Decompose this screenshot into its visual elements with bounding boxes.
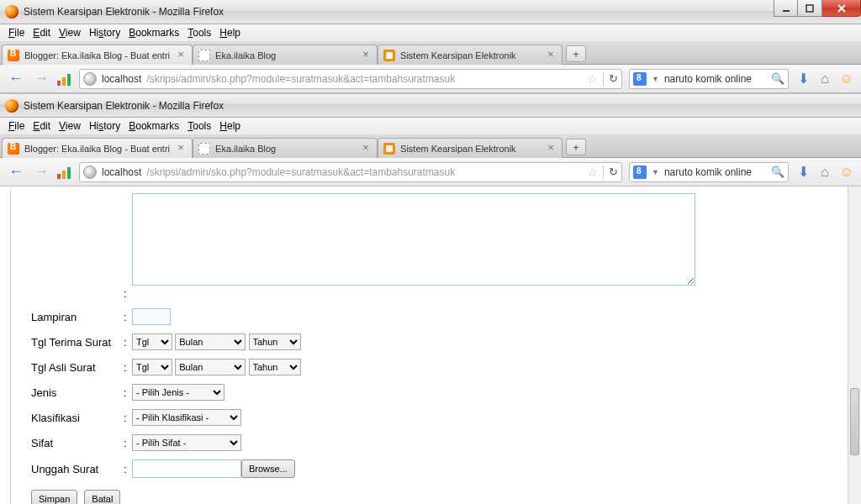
browse-button[interactable]: Browse...: [241, 459, 295, 478]
simpan-button[interactable]: Simpan: [31, 490, 77, 504]
search-icon[interactable]: 🔍: [771, 165, 784, 178]
maximize-button[interactable]: [798, 0, 822, 17]
menu-bookmarks[interactable]: Bookmarks: [125, 118, 182, 134]
close-icon[interactable]: ×: [545, 50, 557, 61]
search-bar[interactable]: ▼ naruto komik online 🔍: [629, 69, 789, 89]
forward-button[interactable]: →: [32, 70, 50, 88]
bookmark-star-icon[interactable]: ☆: [587, 72, 598, 86]
sifat-label: Sifat: [31, 437, 124, 449]
reload-icon[interactable]: ↻: [609, 72, 618, 85]
smiley-icon[interactable]: ☺: [839, 71, 854, 87]
search-query: naruto komik online: [664, 166, 766, 178]
menu-file[interactable]: File: [5, 25, 28, 40]
tab-ekailaika[interactable]: Eka.ilaika Blog ×: [193, 138, 378, 158]
menu-history[interactable]: History: [86, 118, 124, 134]
tab-ekailaika[interactable]: Eka.ilaika Blog ×: [193, 45, 378, 65]
seoquake-icon[interactable]: [57, 72, 72, 86]
new-tab-button[interactable]: +: [566, 45, 586, 62]
reload-icon[interactable]: ↻: [609, 165, 618, 178]
menu-view[interactable]: View: [55, 118, 84, 134]
menubar-1: File Edit View History Bookmarks Tools H…: [0, 24, 861, 41]
tgl-terima-tgl-select[interactable]: Tgl: [132, 333, 172, 350]
svg-rect-6: [62, 171, 66, 179]
tgl-terima-bulan-select[interactable]: Bulan: [175, 333, 246, 350]
close-icon[interactable]: ×: [545, 143, 557, 155]
sifat-select[interactable]: - Pilih Sifat -: [132, 434, 241, 451]
svg-rect-4: [67, 74, 71, 86]
tgl-asli-tahun-select[interactable]: Tahun: [249, 359, 301, 375]
colon: :: [124, 336, 132, 349]
window-controls: [774, 0, 861, 17]
chevron-down-icon[interactable]: ▼: [652, 75, 659, 83]
home-icon[interactable]: ⌂: [817, 165, 832, 180]
jenis-select[interactable]: - Pilih Jenis -: [132, 384, 224, 401]
colon: :: [124, 311, 132, 323]
url-bar[interactable]: localhost/skripsi/admin/sko.php?module=s…: [79, 162, 622, 182]
scrollbar[interactable]: [848, 186, 861, 504]
home-icon[interactable]: ⌂: [817, 71, 832, 87]
window-title: Sistem Kearsipan Elektronik - Mozilla Fi…: [24, 6, 224, 18]
menu-file[interactable]: File: [5, 118, 28, 134]
tab-sistem[interactable]: Sistem Kearsipan Elektronik ×: [378, 138, 563, 158]
lampiran-label: Lampiran: [31, 311, 124, 323]
tab-blogger[interactable]: Blogger: Eka.ilaika Blog - Buat entri ×: [2, 138, 193, 158]
close-icon[interactable]: ×: [360, 50, 372, 61]
close-icon[interactable]: ×: [360, 143, 372, 155]
google-icon: [633, 165, 647, 179]
close-button[interactable]: [822, 0, 861, 17]
close-icon[interactable]: ×: [175, 50, 187, 61]
url-bar[interactable]: localhost/skripsi/admin/sko.php?module=s…: [79, 69, 622, 89]
menu-help[interactable]: Help: [216, 118, 244, 134]
search-query: naruto komik online: [664, 73, 766, 85]
menu-tools[interactable]: Tools: [184, 25, 214, 40]
forward-button[interactable]: →: [32, 163, 50, 181]
tgl-asli-tgl-select[interactable]: Tgl: [132, 359, 172, 375]
menu-edit[interactable]: Edit: [29, 25, 54, 40]
downloads-icon[interactable]: ⬇: [795, 165, 811, 180]
menu-edit[interactable]: Edit: [29, 118, 54, 134]
downloads-icon[interactable]: ⬇: [795, 71, 811, 87]
lampiran-input[interactable]: [132, 308, 171, 325]
back-button[interactable]: ←: [7, 163, 25, 181]
url-path: /skripsi/admin/sko.php?module=suratmasuk…: [146, 166, 455, 178]
blogger-icon: [8, 143, 19, 155]
tab-label: Eka.ilaika Blog: [215, 50, 355, 60]
file-path-input[interactable]: [132, 459, 241, 478]
chevron-down-icon[interactable]: ▼: [652, 168, 659, 176]
scrollbar-thumb[interactable]: [850, 388, 859, 455]
tab-sistem[interactable]: Sistem Kearsipan Elektronik ×: [378, 45, 563, 65]
klasifikasi-select[interactable]: - Pilih Klasifikasi -: [132, 409, 241, 426]
minimize-button[interactable]: [774, 0, 798, 17]
tab-label: Eka.ilaika Blog: [215, 144, 355, 154]
menu-tools[interactable]: Tools: [184, 118, 214, 134]
smiley-icon[interactable]: ☺: [839, 165, 854, 180]
search-bar[interactable]: ▼ naruto komik online 🔍: [629, 162, 789, 182]
colon: :: [124, 437, 132, 449]
menu-bookmarks[interactable]: Bookmarks: [125, 25, 182, 40]
jenis-label: Jenis: [31, 386, 124, 399]
page-icon: [198, 50, 210, 61]
bookmark-star-icon[interactable]: ☆: [587, 165, 598, 179]
close-icon[interactable]: ×: [175, 143, 187, 155]
tgl-asli-bulan-select[interactable]: Bulan: [175, 359, 246, 375]
klasifikasi-label: Klasifikasi: [31, 412, 124, 424]
new-tab-button[interactable]: +: [566, 139, 586, 155]
seoquake-icon[interactable]: [57, 165, 72, 179]
site-icon: [383, 50, 395, 61]
back-button[interactable]: ←: [7, 70, 25, 88]
menu-help[interactable]: Help: [216, 25, 244, 40]
isi-textarea[interactable]: [132, 193, 695, 286]
batal-button[interactable]: Batal: [84, 490, 120, 504]
search-icon[interactable]: 🔍: [771, 72, 784, 85]
tab-blogger[interactable]: Blogger: Eka.ilaika Blog - Buat entri ×: [2, 45, 193, 65]
url-host: localhost: [102, 166, 141, 178]
svg-rect-5: [57, 174, 61, 179]
menu-history[interactable]: History: [86, 25, 124, 40]
menu-view[interactable]: View: [55, 25, 84, 40]
tabstrip-2: Blogger: Eka.ilaika Blog - Buat entri × …: [0, 134, 861, 158]
tab-label: Blogger: Eka.ilaika Blog - Buat entri: [24, 50, 170, 60]
firefox-icon: [5, 5, 18, 18]
window-titlebar-1: Sistem Kearsipan Elektronik - Mozilla Fi…: [0, 0, 861, 24]
url-path: /skripsi/admin/sko.php?module=suratmasuk…: [146, 73, 455, 85]
tgl-terima-tahun-select[interactable]: Tahun: [249, 333, 301, 350]
